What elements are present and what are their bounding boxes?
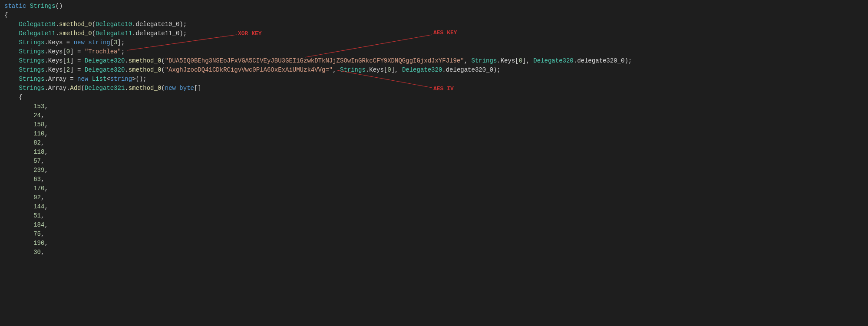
code-line: 92, [0,193,868,202]
code-line: Strings.Array.Add(Delegate321.smethod_0(… [0,84,868,93]
code-line: 239, [0,166,868,175]
code-line: 51, [0,211,868,221]
code-line: Delegate11.smethod_0(Delegate11.delegate… [0,29,868,38]
code-line: 184, [0,221,868,230]
code-line: 30, [0,248,868,257]
code-line: Strings.Keys[2] = Delegate320.smethod_0(… [0,66,868,75]
code-line: { [0,93,868,102]
code-line: Strings.Keys[1] = Delegate320.smethod_0(… [0,56,868,66]
code-line: 190, [0,239,868,248]
code-line: 158, [0,120,868,129]
code-line: 170, [0,184,868,193]
code-line: 153, [0,102,868,111]
code-line: static Strings() [0,2,868,11]
code-line: Strings.Array = new List<string>(); [0,75,868,84]
code-line: 144, [0,202,868,211]
code-line: Strings.Keys[0] = "Trochlea"; [0,47,868,56]
code-line: 63, [0,175,868,184]
code-line: Delegate10.smethod_0(Delegate10.delegate… [0,20,868,29]
code-line: 110, [0,129,868,138]
code-line: 82, [0,138,868,148]
code-line: 57, [0,157,868,166]
code-line: 118, [0,148,868,157]
code-line: 75, [0,230,868,239]
code-line: { [0,11,868,20]
code-line: 24, [0,111,868,120]
code-line: Strings.Keys = new string[3]; [0,38,868,47]
